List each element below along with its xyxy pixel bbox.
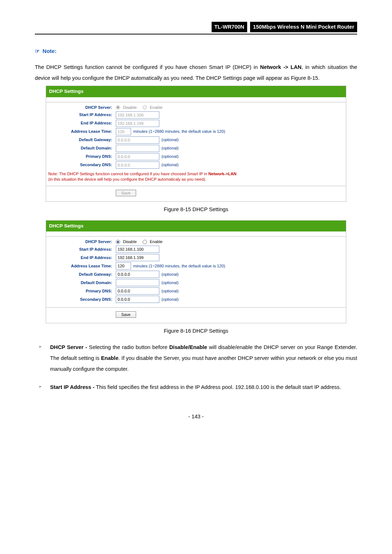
row-dhcp-server: DHCP Server: Disable Enable (46, 105, 346, 110)
note-text-before: The DHCP Settings function cannot be con… (35, 64, 260, 70)
input-lease[interactable] (116, 262, 131, 270)
bullet-start-ip: Start IP Address - This field specifies … (44, 382, 357, 393)
radio-enable[interactable] (143, 240, 147, 244)
button-row: Save (46, 186, 346, 200)
label-end-ip: End IP Address: (46, 255, 116, 260)
label-gateway: Default Gateway: (46, 272, 116, 277)
row-lease: Address Lease Time: minutes (1~2880 minu… (46, 262, 346, 270)
label-lease: Address Lease Time: (46, 263, 116, 269)
bullet-1-enable: Enable (101, 355, 118, 361)
input-lease[interactable] (116, 128, 131, 135)
label-disable: Disable (123, 105, 137, 110)
bullet-1-a: Selecting the radio button before (87, 344, 169, 350)
row-start-ip: Start IP Address: (46, 111, 346, 119)
panel-body: DHCP Server: Disable Enable Start IP Add… (46, 102, 346, 201)
bullet-dhcp-server: DHCP Server - Selecting the radio button… (44, 342, 357, 374)
optional-domain: (optional) (162, 145, 179, 151)
label-domain: Default Domain: (46, 145, 116, 151)
label-end-ip: End IP Address: (46, 120, 116, 126)
optional-sdns: (optional) (162, 162, 179, 168)
note-label: Note: (42, 48, 56, 54)
bullet-2-text: This field specifies the first address i… (94, 384, 341, 390)
bullet-1-mid: Disable/Enable (169, 344, 207, 350)
panel-gap (46, 231, 346, 237)
label-domain: Default Domain: (46, 280, 116, 286)
button-row: Save (46, 308, 346, 321)
hand-icon: ☞ (35, 48, 40, 54)
optional-sdns: (optional) (162, 297, 179, 302)
lease-hint: minutes (1~2880 minutes, the default val… (133, 129, 225, 134)
panel-warning: Note: The DHCP Settings function cannot … (46, 170, 346, 184)
page-number: - 143 - (35, 413, 357, 421)
panel-body: DHCP Server: Disable Enable Start IP Add… (46, 237, 346, 323)
row-end-ip: End IP Address: (46, 254, 346, 261)
bullet-list: DHCP Server - Selecting the radio button… (35, 342, 357, 393)
input-domain[interactable] (116, 145, 159, 152)
figure-caption-1: Figure 8-15 DHCP Settings (35, 205, 357, 214)
label-lease: Address Lease Time: (46, 129, 116, 134)
row-gateway: Default Gateway: (optional) (46, 136, 346, 144)
bullet-1-strong: DHCP Server - (50, 344, 87, 350)
label-sdns: Secondary DNS: (46, 297, 116, 302)
input-sdns[interactable] (116, 296, 159, 303)
panel-title: DHCP Settings (46, 221, 346, 231)
note-paragraph: The DHCP Settings function cannot be con… (35, 62, 357, 83)
panel-title: DHCP Settings (46, 86, 346, 97)
header-desc: 150Mbps Wireless N Mini Pocket Router (250, 22, 357, 32)
row-domain: Default Domain: (optional) (46, 279, 346, 286)
optional-gateway: (optional) (162, 137, 179, 143)
lease-hint: minutes (1~2880 minutes, the default val… (133, 263, 225, 269)
input-gateway[interactable] (116, 271, 159, 278)
save-button[interactable]: Save (116, 311, 136, 318)
save-button[interactable]: Save (116, 190, 136, 196)
header-model: TL-WR700N (212, 22, 247, 32)
input-start-ip[interactable] (116, 246, 159, 253)
input-end-ip[interactable] (116, 254, 159, 261)
label-sdns: Secondary DNS: (46, 162, 116, 168)
optional-pdns: (optional) (162, 154, 179, 159)
label-enable: Enable (150, 239, 163, 245)
label-start-ip: Start IP Address: (46, 247, 116, 252)
row-gateway: Default Gateway: (optional) (46, 271, 346, 278)
label-start-ip: Start IP Address: (46, 112, 116, 118)
input-domain[interactable] (116, 279, 159, 286)
warn-suffix: (in this situation the device will help … (48, 177, 206, 181)
label-pdns: Primary DNS: (46, 154, 116, 159)
input-end-ip[interactable] (116, 120, 159, 127)
label-gateway: Default Gateway: (46, 137, 116, 143)
label-disable: Disable (123, 239, 137, 245)
optional-gateway: (optional) (162, 272, 179, 277)
optional-domain: (optional) (162, 280, 179, 286)
warn-link: Network->LAN (208, 172, 236, 176)
warn-prefix: Note: The DHCP Settings function cannot … (48, 172, 208, 176)
row-pdns: Primary DNS: (optional) (46, 287, 346, 295)
input-start-ip[interactable] (116, 111, 159, 119)
label-dhcp-server: DHCP Server: (46, 239, 116, 245)
note-heading: ☞ Note: (35, 47, 357, 55)
row-pdns: Primary DNS: (optional) (46, 153, 346, 160)
note-path: Network -> LAN (260, 64, 301, 70)
radio-enable[interactable] (143, 105, 147, 110)
radio-disable[interactable] (116, 240, 120, 244)
page-header: TL-WR700N 150Mbps Wireless N Mini Pocket… (35, 22, 357, 34)
row-sdns: Secondary DNS: (optional) (46, 296, 346, 303)
label-pdns: Primary DNS: (46, 288, 116, 294)
row-lease: Address Lease Time: minutes (1~2880 minu… (46, 128, 346, 135)
row-domain: Default Domain: (optional) (46, 145, 346, 152)
bullet-2-strong: Start IP Address - (50, 384, 94, 390)
label-dhcp-server: DHCP Server: (46, 105, 116, 110)
panel-gap (46, 97, 346, 102)
row-start-ip: Start IP Address: (46, 246, 346, 253)
figure-caption-2: Figure 8-16 DHCP Settings (35, 327, 357, 335)
optional-pdns: (optional) (162, 288, 179, 294)
row-sdns: Secondary DNS: (optional) (46, 161, 346, 169)
input-pdns[interactable] (116, 287, 159, 295)
radio-disable[interactable] (116, 105, 120, 110)
row-dhcp-server: DHCP Server: Disable Enable (46, 239, 346, 245)
input-sdns[interactable] (116, 161, 159, 169)
row-end-ip: End IP Address: (46, 120, 346, 127)
input-gateway[interactable] (116, 136, 159, 144)
dhcp-panel-disabled: DHCP Settings DHCP Server: Disable Enabl… (46, 86, 346, 202)
input-pdns[interactable] (116, 153, 159, 160)
label-enable: Enable (150, 105, 163, 110)
